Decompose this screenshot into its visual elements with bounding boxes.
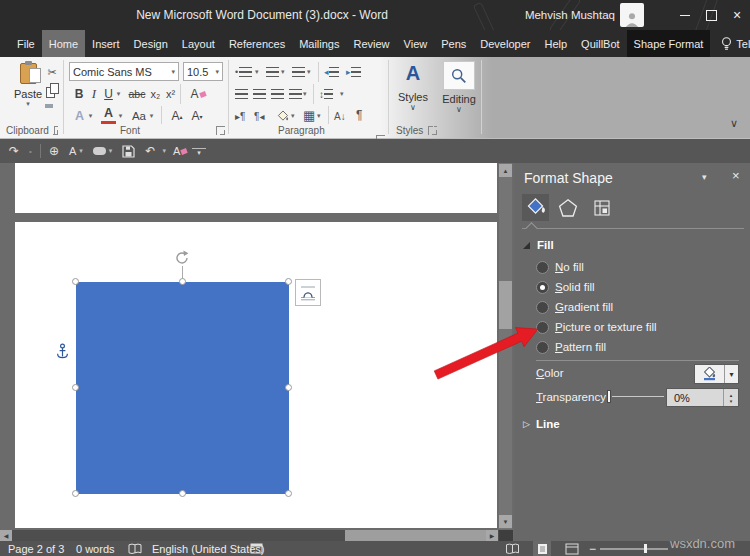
cut-button[interactable]: ✂: [44, 63, 60, 81]
account-name[interactable]: Mehvish Mushtaq: [525, 0, 615, 30]
clear-formatting-button[interactable]: A: [186, 85, 210, 103]
justify-button[interactable]: [289, 85, 302, 103]
tab-mailings[interactable]: Mailings: [292, 30, 346, 57]
change-case-button[interactable]: Aa: [130, 107, 148, 125]
radio-solid-fill[interactable]: [536, 281, 549, 294]
scroll-left-button[interactable]: ◀: [0, 530, 12, 541]
tab-design[interactable]: Design: [127, 30, 175, 57]
align-right-button[interactable]: [271, 85, 284, 103]
layout-options-button[interactable]: [295, 279, 321, 306]
save-button[interactable]: [117, 139, 140, 163]
fill-section-header[interactable]: Fill: [523, 239, 554, 251]
underline-dropdown-icon[interactable]: ▾: [114, 85, 123, 103]
text-effects-button[interactable]: A: [72, 107, 87, 125]
color-dropdown-icon[interactable]: ▾: [724, 365, 738, 383]
page-indicator[interactable]: Page 2 of 3: [8, 541, 64, 556]
rotate-handle[interactable]: [174, 250, 190, 270]
globe-button[interactable]: ⊕: [44, 139, 64, 163]
align-left-button[interactable]: [235, 85, 248, 103]
tab-insert[interactable]: Insert: [85, 30, 127, 57]
minimize-button[interactable]: [672, 0, 698, 30]
language-indicator[interactable]: English (United States): [152, 541, 265, 556]
increase-indent-button[interactable]: ▸: [346, 63, 361, 81]
fill-option-pattern-fill[interactable]: Pattern fill: [536, 339, 606, 355]
resize-handle-sw[interactable]: [72, 490, 79, 497]
scroll-up-button[interactable]: ▲: [499, 164, 512, 177]
radio-pattern-fill[interactable]: [536, 341, 549, 354]
radio-gradient-fill[interactable]: [536, 301, 549, 314]
resize-handle-ne[interactable]: [285, 278, 292, 285]
shapes-qat-button[interactable]: ▾: [88, 139, 118, 163]
font-color-button[interactable]: A: [101, 105, 116, 124]
collapse-ribbon-icon[interactable]: ∨: [730, 117, 738, 130]
grow-font-button[interactable]: A▴: [168, 107, 186, 125]
tab-view[interactable]: View: [397, 30, 435, 57]
resize-handle-nw[interactable]: [72, 278, 79, 285]
fill-option-picture-fill[interactable]: Picture or texture fill: [536, 319, 657, 335]
radio-picture-fill[interactable]: [536, 321, 549, 334]
resize-handle-se[interactable]: [285, 490, 292, 497]
paste-dropdown-icon[interactable]: ▾: [8, 100, 48, 108]
borders-button[interactable]: ▦: [303, 106, 315, 124]
tab-shape-format[interactable]: Shape Format: [627, 30, 711, 57]
layout-properties-tab[interactable]: [588, 194, 615, 221]
transparency-slider-track[interactable]: [612, 396, 664, 397]
shrink-font-button[interactable]: A▾: [188, 107, 206, 125]
scroll-right-button[interactable]: ▶: [486, 530, 498, 541]
vertical-scrollbar-thumb[interactable]: [499, 281, 512, 329]
text-effects-qat-button[interactable]: A▾: [64, 139, 88, 163]
proofing-status-icon[interactable]: [128, 541, 142, 556]
repeat-button[interactable]: ↷: [4, 139, 24, 163]
tell-me-button[interactable]: Tell me: [714, 30, 750, 57]
font-size-combobox[interactable]: 10.5 ▾: [183, 62, 223, 81]
zoom-slider-track[interactable]: [600, 548, 668, 550]
close-button[interactable]: ×: [724, 0, 750, 30]
subscript-button[interactable]: x₂: [148, 85, 163, 103]
editing-dropdown-icon[interactable]: ∨: [438, 105, 480, 114]
resize-handle-w[interactable]: [72, 384, 79, 391]
tab-pens[interactable]: Pens: [434, 30, 473, 57]
font-name-dropdown-icon[interactable]: ▾: [171, 68, 175, 76]
styles-button[interactable]: A Styles ∨: [394, 61, 432, 112]
multilevel-list-button[interactable]: [292, 63, 305, 81]
decrease-indent-button[interactable]: ◂: [324, 63, 339, 81]
font-color-dropdown-icon[interactable]: ▾: [116, 107, 125, 125]
undo-dropdown-icon[interactable]: ▾: [160, 139, 168, 163]
bullets-dropdown-icon[interactable]: ▾: [255, 63, 259, 81]
tab-references[interactable]: References: [222, 30, 292, 57]
highlight-qat-button[interactable]: A: [168, 139, 192, 163]
undo-button[interactable]: ↶: [140, 139, 160, 163]
fill-line-tab[interactable]: [522, 194, 549, 221]
borders-dropdown-icon[interactable]: ▾: [317, 107, 321, 125]
align-center-button[interactable]: [253, 85, 266, 103]
font-size-dropdown-icon[interactable]: ▾: [215, 68, 219, 76]
maximize-button[interactable]: [698, 0, 724, 30]
page-1-bottom[interactable]: [15, 163, 497, 213]
bold-button[interactable]: B: [72, 85, 86, 103]
selected-rectangle-shape[interactable]: [76, 282, 289, 494]
macro-recording-icon[interactable]: [250, 541, 263, 556]
shading-dropdown-icon[interactable]: ▾: [291, 107, 295, 125]
ltr-direction-button[interactable]: ▸¶: [235, 107, 245, 125]
tab-developer[interactable]: Developer: [473, 30, 537, 57]
zoom-out-button[interactable]: −: [589, 541, 596, 556]
superscript-button[interactable]: x²: [163, 85, 178, 103]
strikethrough-button[interactable]: abc: [126, 85, 148, 103]
web-layout-button[interactable]: [565, 541, 579, 556]
resize-handle-s[interactable]: [179, 490, 186, 497]
read-mode-button[interactable]: [505, 541, 520, 556]
horizontal-scrollbar-thumb[interactable]: [345, 530, 486, 541]
fill-option-solid-fill[interactable]: Solid fill: [536, 279, 595, 295]
text-effects-dropdown-icon[interactable]: ▾: [86, 107, 95, 125]
clipboard-dialog-launcher[interactable]: [54, 126, 58, 135]
font-dialog-launcher[interactable]: [216, 126, 225, 135]
word-count[interactable]: 0 words: [76, 541, 115, 556]
show-paragraph-marks-button[interactable]: ¶: [356, 106, 362, 124]
pane-options-dropdown-icon[interactable]: ▾: [702, 172, 707, 182]
tab-file[interactable]: File: [10, 30, 42, 57]
transparency-slider-thumb[interactable]: [607, 390, 611, 403]
line-spacing-button[interactable]: ↕: [319, 85, 333, 103]
fill-option-gradient-fill[interactable]: Gradient fill: [536, 299, 613, 315]
scroll-down-button[interactable]: ▼: [499, 515, 512, 528]
editing-button[interactable]: Editing ∨: [438, 61, 480, 114]
